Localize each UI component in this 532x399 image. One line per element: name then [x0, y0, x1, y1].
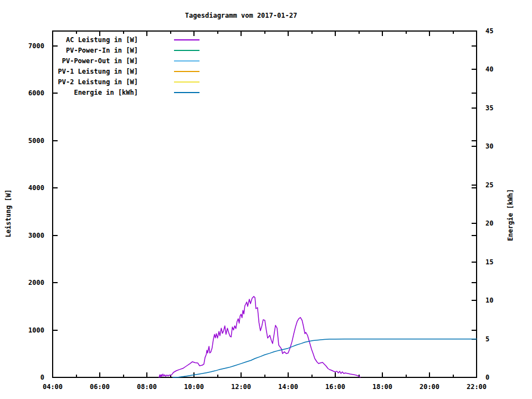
- x-tick-label: 14:00: [278, 383, 298, 391]
- x-tick-label: 22:00: [467, 383, 487, 391]
- y-right-tick-label: 10: [485, 296, 493, 304]
- series-line-energie-in-kwh: [173, 339, 477, 377]
- y-left-tick-label: 1000: [28, 326, 44, 334]
- y-right-tick-label: 15: [485, 258, 493, 266]
- y-left-tick-label: 4000: [28, 184, 44, 192]
- y-left-tick-label: 7000: [28, 42, 44, 50]
- legend-label-pv-1-leistung-in-w: PV-1 Leistung in [W]: [58, 68, 139, 75]
- x-tick-label: 20:00: [420, 383, 439, 391]
- x-tick-label: 06:00: [90, 383, 110, 391]
- legend-label-pv-power-out-in-w: PV-Power-Out in [W]: [62, 57, 138, 65]
- x-tick-label: 04:00: [43, 383, 63, 391]
- plot-area: 04:0006:0008:0010:0012:0014:0016:0018:00…: [0, 0, 532, 399]
- y-right-tick-label: 25: [485, 181, 493, 189]
- y-right-tick-label: 35: [485, 104, 493, 112]
- legend-label-ac-leistung-in-w: AC Leistung in [W]: [66, 36, 138, 44]
- x-tick-label: 08:00: [137, 383, 157, 391]
- y-right-tick-label: 5: [485, 335, 489, 343]
- y-left-tick-label: 0: [40, 374, 44, 381]
- y-right-tick-label: 40: [485, 65, 493, 73]
- legend-label-energie-in-kwh: Energie in [kWh]: [74, 89, 138, 96]
- legend-label-pv-power-in-in-w: PV-Power-In in [W]: [66, 47, 138, 54]
- y-left-tick-label: 3000: [28, 232, 44, 239]
- y-right-tick-label: 45: [485, 27, 493, 35]
- chart-canvas: Tagesdiagramm vom 2017-01-27 Leistung [W…: [0, 0, 532, 399]
- x-tick-label: 18:00: [372, 383, 392, 391]
- series-line-ac-leistung-in-w: [159, 296, 360, 377]
- y-right-tick-label: 30: [485, 142, 493, 150]
- x-tick-label: 10:00: [184, 383, 204, 391]
- y-left-tick-label: 5000: [28, 137, 44, 145]
- y-left-tick-label: 6000: [28, 89, 44, 97]
- x-tick-label: 12:00: [231, 383, 251, 391]
- y-right-tick-label: 0: [485, 374, 489, 381]
- y-right-tick-label: 20: [485, 219, 493, 227]
- y-left-tick-label: 2000: [28, 279, 44, 287]
- x-tick-label: 16:00: [325, 383, 345, 391]
- legend-label-pv-2-leistung-in-w: PV-2 Leistung in [W]: [58, 78, 139, 86]
